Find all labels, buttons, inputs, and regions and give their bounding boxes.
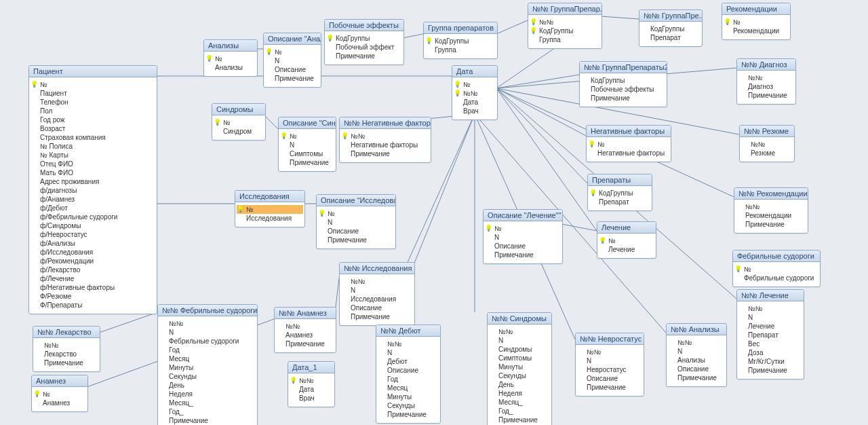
field[interactable]: ф/Синдромы [40, 221, 153, 230]
field[interactable]: № [215, 54, 253, 63]
field[interactable]: Примечание [748, 91, 791, 100]
field[interactable]: ф/Негативные факторы [40, 283, 153, 292]
field[interactable]: Примечание [285, 339, 332, 348]
field[interactable]: Описание [351, 303, 410, 312]
field[interactable]: Дата [299, 385, 330, 394]
field[interactable]: ф/Анамнез [40, 195, 153, 204]
field[interactable]: Месяц_ [169, 399, 253, 407]
field[interactable]: Месяц [169, 354, 253, 363]
field[interactable]: №№ [299, 376, 330, 385]
field[interactable]: Примечание [290, 158, 332, 167]
table-nono_analizy[interactable]: №№ Анализы№№NАнализыОписаниеПримечание [666, 323, 727, 387]
field[interactable]: Минуты [387, 392, 436, 401]
field[interactable]: Год рож [40, 115, 153, 124]
field[interactable]: Препарат [650, 33, 698, 42]
field[interactable]: №№ [498, 327, 547, 336]
field[interactable]: № [608, 236, 652, 245]
field[interactable]: Лекарство [44, 350, 96, 358]
table-anamnez[interactable]: Анамнез№Анамнез [31, 375, 88, 412]
table-title[interactable]: №№ Диагноз [737, 59, 795, 71]
field[interactable]: ф/Рекомендации [40, 257, 153, 265]
field[interactable]: № Карты [40, 151, 153, 160]
field[interactable]: Врач [463, 107, 493, 115]
field[interactable]: Телефон [40, 98, 153, 107]
field[interactable]: № [275, 48, 317, 56]
field[interactable]: Отец ФИО [40, 160, 153, 168]
field[interactable]: Исследования [246, 214, 300, 223]
field[interactable]: Примечание [328, 236, 391, 244]
field[interactable]: №№ [751, 140, 790, 149]
table-title[interactable]: №№ Лечение [737, 290, 804, 301]
field[interactable]: Симптомы [498, 354, 547, 363]
field[interactable]: N [169, 328, 253, 337]
table-title[interactable]: №№ Резюме [740, 126, 794, 137]
table-nono_lechenie[interactable]: №№ Лечение№№NЛечениеПрепаратВесДозаМг/Кг… [736, 289, 804, 380]
table-nono_anamnez[interactable]: №№ Анамнез№№АнамнезПримечание [274, 307, 336, 353]
field[interactable]: Препарат [599, 198, 648, 206]
table-title[interactable]: №№ Рекомендации [734, 188, 808, 200]
field[interactable]: Месяц [387, 384, 436, 392]
table-title[interactable]: №№ Дебют [376, 325, 440, 337]
field[interactable]: №№ [285, 322, 332, 331]
field[interactable]: № [463, 80, 493, 89]
field[interactable]: Фебрильные судороги [169, 337, 253, 346]
table-title[interactable]: №№ Исследования [340, 263, 414, 274]
field[interactable]: ф/Анализы [40, 239, 153, 248]
table-nono_resume[interactable]: №№ Резюме№№Резюме [739, 125, 795, 162]
field[interactable]: Год_ [498, 407, 547, 415]
field[interactable]: Описание [587, 374, 639, 383]
table-nono_debut[interactable]: №№ Дебют№№NДебютОписаниеГодМесяцМинутыСе… [376, 325, 441, 424]
field[interactable]: Описание [387, 366, 436, 375]
field[interactable]: День [169, 381, 253, 390]
table-opis_issled[interactable]: Описание "Исследова...№NОписаниеПримечан… [316, 194, 396, 249]
field[interactable]: КодГруппы [435, 37, 493, 45]
field[interactable]: Минуты [498, 363, 547, 371]
field[interactable]: № [597, 140, 667, 149]
field[interactable]: Препарат [748, 331, 800, 339]
table-gruppa_prep[interactable]: Группа препаратовКодГруппыГруппа [423, 22, 498, 59]
field[interactable]: №№ [351, 277, 410, 286]
field[interactable]: ф/Невростатус [40, 230, 153, 239]
field[interactable]: Описание [677, 365, 722, 373]
table-opis_lech[interactable]: Описание "Лечение""№NОписаниеПримечание [483, 209, 563, 264]
field[interactable]: Ф/Препараты [40, 301, 153, 310]
field[interactable]: Секунды [498, 371, 547, 380]
field[interactable]: Фебрильные судороги [744, 274, 816, 282]
field[interactable]: Год_ [169, 407, 253, 416]
field[interactable]: №№ [748, 73, 791, 82]
field[interactable]: Симптомы [290, 149, 332, 158]
table-title[interactable]: Препараты [588, 174, 652, 186]
table-title[interactable]: №№ Невростатус [576, 333, 644, 345]
field[interactable]: № [494, 224, 558, 233]
field[interactable]: Анамнез [285, 331, 332, 339]
field[interactable]: Группа [435, 45, 493, 54]
table-title[interactable]: Фебрильные судороги [733, 251, 820, 262]
table-title[interactable]: №№ Анамнез [275, 308, 336, 319]
table-title[interactable]: Пациент [29, 66, 157, 77]
field[interactable]: Неделя [498, 389, 547, 398]
table-nono_rekom[interactable]: №№ Рекомендации№№РекомендацииПримечание [734, 187, 808, 234]
table-febril[interactable]: Фебрильные судороги№Фебрильные судороги [732, 250, 821, 287]
table-analizy[interactable]: Анализы№Анализы [203, 39, 258, 77]
field[interactable]: №№ [351, 132, 427, 141]
table-title[interactable]: Анамнез [32, 375, 87, 387]
field[interactable]: № [290, 132, 332, 141]
field[interactable]: N [748, 313, 800, 322]
field[interactable]: Синдромы [498, 345, 547, 354]
field[interactable]: Синдром [223, 127, 261, 136]
table-nono_febril[interactable]: №№ Фебрильные судороги№№NФебрильные судо… [157, 304, 258, 425]
field[interactable]: Рекомендации [745, 211, 804, 220]
table-preparaty[interactable]: ПрепаратыКодГруппыПрепарат [587, 174, 652, 211]
field[interactable]: №№ [677, 338, 722, 347]
field[interactable]: Примечание [169, 416, 253, 425]
field[interactable]: КодГруппы [650, 24, 698, 33]
table-title[interactable]: №№ ГруппаПрепараты2 [580, 62, 667, 73]
table-issled[interactable]: Исследования№Исследования [235, 190, 305, 227]
table-nono_gruppa2[interactable]: №№ ГруппаПрепараты2КодГруппыПобочные эфф… [579, 61, 667, 107]
table-nono_lekar[interactable]: №№ Лекарство№№ЛекарствоПримечание [33, 326, 100, 372]
field[interactable]: № [733, 18, 786, 26]
field[interactable]: ф/Исследования [40, 248, 153, 257]
table-title[interactable]: Группа препаратов [424, 22, 497, 34]
field[interactable]: Лечение [608, 245, 652, 254]
field[interactable]: ф/Лекарство [40, 265, 153, 274]
